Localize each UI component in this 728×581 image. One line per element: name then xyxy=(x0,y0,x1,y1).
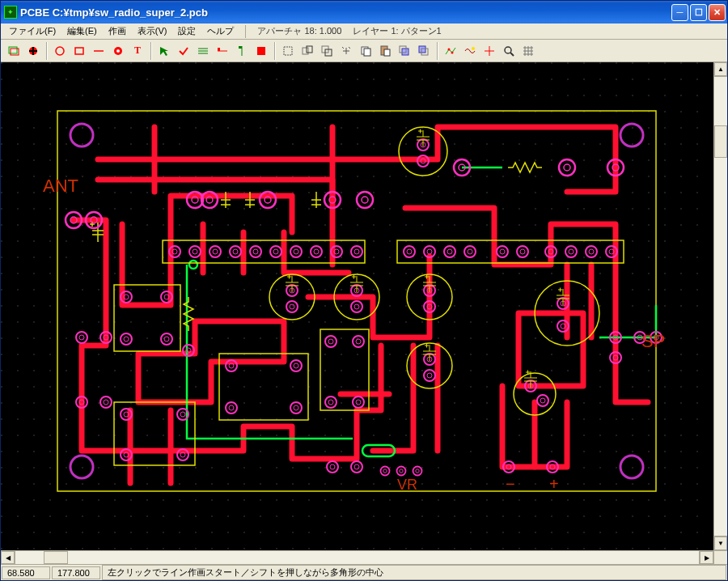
tool-copy-icon[interactable] xyxy=(357,42,375,60)
tool-fill-icon[interactable] xyxy=(252,42,270,60)
title-bar: ✦ PCBE C:¥tmp¥sw_radio_super_2.pcb ─ ☐ ✕ xyxy=(1,1,727,23)
tool-text-icon[interactable]: T xyxy=(129,42,146,60)
status-bar: 68.580 177.800 左クリックでライン作画スタート／シフトを押しながら… xyxy=(1,564,727,580)
window-title: PCBE C:¥tmp¥sw_radio_super_2.pcb xyxy=(20,6,671,19)
svg-point-5 xyxy=(56,47,64,55)
aperture-indicator: アパーチャ 18: 1.000 xyxy=(252,24,346,38)
svg-rect-16 xyxy=(239,46,242,49)
tool-select-rect-icon[interactable] xyxy=(279,42,297,60)
tool-layer-icon[interactable] xyxy=(5,42,23,60)
horizontal-scrollbar[interactable]: ◀ ▶ xyxy=(1,550,727,564)
svg-point-33 xyxy=(472,47,475,50)
tool-rect-icon[interactable] xyxy=(70,42,88,60)
svg-text:+: + xyxy=(549,475,559,493)
tool-crosshair-icon[interactable] xyxy=(480,42,498,60)
svg-rect-19 xyxy=(303,48,308,54)
svg-rect-6 xyxy=(75,48,83,54)
svg-text:SP: SP xyxy=(641,331,665,351)
toolbar: T xyxy=(1,40,727,62)
status-message: 左クリックでライン作画スタート／シフトを押しながら多角形の中心 xyxy=(102,565,726,580)
tool-circle-icon[interactable] xyxy=(51,42,69,60)
scroll-track[interactable] xyxy=(15,551,700,564)
pcb-canvas[interactable]: ANT SP VR − + xyxy=(1,62,713,550)
status-y: 177.800 xyxy=(52,566,100,579)
svg-text:−: − xyxy=(506,475,515,493)
vertical-scrollbar[interactable]: ▲ ▼ xyxy=(713,62,727,550)
tool-front-icon[interactable] xyxy=(396,42,413,60)
svg-rect-14 xyxy=(218,48,220,51)
svg-text:ANT: ANT xyxy=(43,176,78,196)
scroll-track[interactable] xyxy=(714,76,727,536)
tool-flash-icon[interactable] xyxy=(24,42,42,60)
tool-paste-icon[interactable] xyxy=(376,42,394,60)
tool-overlap-icon[interactable] xyxy=(318,42,336,60)
tool-hlines-icon[interactable] xyxy=(194,42,212,60)
tool-line-icon[interactable] xyxy=(90,42,108,60)
scroll-thumb[interactable] xyxy=(44,551,68,564)
svg-rect-27 xyxy=(402,49,408,55)
svg-rect-24 xyxy=(364,49,370,56)
tool-arrow-icon[interactable] xyxy=(155,42,173,60)
minimize-button[interactable]: ─ xyxy=(671,4,688,21)
tool-back-icon[interactable] xyxy=(415,42,433,60)
scroll-corner xyxy=(713,551,727,564)
tool-hflag-icon[interactable] xyxy=(214,42,231,60)
tool-cut-icon[interactable] xyxy=(298,42,316,60)
scroll-up-button[interactable]: ▲ xyxy=(714,62,727,76)
menu-bar: ファイル(F) 編集(E) 作画 表示(V) 設定 ヘルプ アパーチャ 18: … xyxy=(1,23,727,40)
tool-check-icon[interactable] xyxy=(175,42,193,60)
svg-rect-26 xyxy=(384,49,390,56)
maximize-button[interactable]: ☐ xyxy=(690,4,707,21)
menu-draw[interactable]: 作画 xyxy=(104,23,131,39)
toolbar-separator xyxy=(274,42,275,60)
svg-line-37 xyxy=(510,53,514,56)
tool-grid-icon[interactable] xyxy=(519,42,537,60)
menu-file[interactable]: ファイル(F) xyxy=(4,23,61,39)
tool-expand-icon[interactable] xyxy=(337,42,355,60)
svg-point-31 xyxy=(448,48,451,50)
svg-rect-20 xyxy=(307,46,312,53)
menu-separator xyxy=(245,25,246,38)
toolbar-separator xyxy=(150,42,151,60)
toolbar-separator xyxy=(437,42,438,60)
scroll-left-button[interactable]: ◀ xyxy=(1,551,15,564)
svg-point-9 xyxy=(116,49,120,53)
tool-net-icon[interactable] xyxy=(442,42,459,60)
status-x: 68.580 xyxy=(2,566,50,579)
tool-pad-icon[interactable] xyxy=(109,42,127,60)
tool-vflag-icon[interactable] xyxy=(233,42,251,60)
svg-point-32 xyxy=(451,51,454,53)
scroll-down-button[interactable]: ▼ xyxy=(714,536,727,550)
menu-help[interactable]: ヘルプ xyxy=(202,23,239,39)
scroll-thumb[interactable] xyxy=(714,125,727,158)
menu-view[interactable]: 表示(V) xyxy=(133,23,172,39)
menu-settings[interactable]: 設定 xyxy=(173,23,201,39)
close-button[interactable]: ✕ xyxy=(709,4,726,21)
app-icon: ✦ xyxy=(4,6,17,19)
svg-text:VR: VR xyxy=(397,477,417,493)
tool-zoom-icon[interactable] xyxy=(500,42,518,60)
svg-rect-4 xyxy=(29,50,37,52)
svg-rect-17 xyxy=(257,47,265,55)
menu-edit[interactable]: 編集(E) xyxy=(62,23,102,39)
svg-rect-18 xyxy=(284,47,292,55)
svg-point-36 xyxy=(505,47,511,53)
tool-wave-icon[interactable] xyxy=(461,42,479,60)
scroll-right-button[interactable]: ▶ xyxy=(700,551,713,564)
toolbar-separator xyxy=(46,42,47,60)
layer-indicator: レイヤー 1: パターン1 xyxy=(348,24,446,38)
svg-rect-29 xyxy=(419,46,425,53)
